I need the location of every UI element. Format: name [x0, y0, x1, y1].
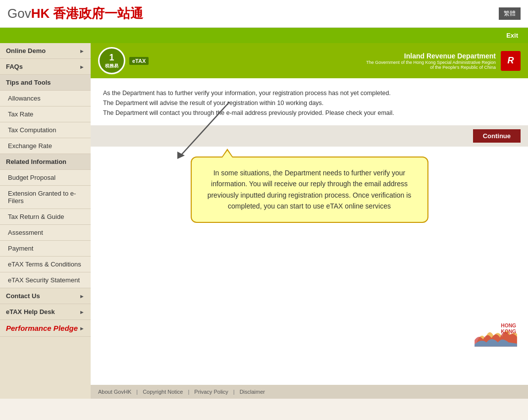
- ird-info: Inland Revenue Department The Government…: [366, 51, 521, 71]
- sidebar-item-extension-granted[interactable]: Extension Granted to e-Filers: [0, 186, 91, 209]
- footer-about[interactable]: About GovHK: [98, 389, 131, 395]
- sidebar-item-tax-rate[interactable]: Tax Rate: [0, 106, 91, 122]
- content-area: 1 税務易 eTAX Inland Revenue Department The…: [91, 43, 528, 399]
- svg-text:KONG: KONG: [501, 329, 516, 334]
- ird-title: Inland Revenue Department: [366, 52, 496, 60]
- svg-text:HONG: HONG: [501, 323, 516, 328]
- sidebar-label-budget-proposal: Budget Proposal: [8, 174, 55, 181]
- etax-label: eTAX: [129, 57, 149, 65]
- hk-logo-container: HONG KONG: [474, 319, 518, 350]
- footer-privacy[interactable]: Privacy Policy: [194, 389, 228, 395]
- arrow-icon-faqs: ►: [79, 64, 85, 70]
- sidebar-item-online-demo[interactable]: Online Demo ►: [0, 43, 91, 59]
- sidebar-item-faqs[interactable]: FAQs ►: [0, 59, 91, 75]
- sidebar-label-faqs: FAQs: [6, 63, 23, 70]
- site-logo: GovHK 香港政府一站通: [7, 5, 143, 22]
- arrow-icon-etax-help-desk: ►: [79, 309, 85, 315]
- sidebar-label-etax-terms: eTAX Terms & Conditions: [8, 261, 81, 268]
- sidebar-label-extension-granted: Extension Granted to e-Filers: [8, 190, 85, 205]
- tooltip-text: In some situations, the Department needs…: [208, 169, 412, 210]
- footer-separator1: |: [136, 389, 138, 395]
- sidebar-label-etax-security: eTAX Security Statement: [8, 276, 80, 284]
- arrow-icon-contact-us: ►: [79, 293, 85, 299]
- etax-circle: 1 税務易: [98, 47, 125, 74]
- sidebar-item-budget-proposal[interactable]: Budget Proposal: [0, 170, 91, 186]
- sidebar-label-tips-and-tools: Tips and Tools: [6, 79, 51, 86]
- hong-kong-logo: HONG KONG: [474, 319, 518, 349]
- sidebar-label-allowances: Allowances: [8, 95, 41, 102]
- sidebar-item-exchange-rate[interactable]: Exchange Rate: [0, 138, 91, 154]
- exit-bar: Exit: [0, 28, 528, 43]
- sidebar-label-exchange-rate: Exchange Rate: [8, 142, 52, 150]
- sidebar-label-online-demo: Online Demo: [6, 47, 46, 54]
- sidebar-label-tax-return-guide: Tax Return & Guide: [8, 213, 64, 220]
- etax-number: 1: [109, 52, 114, 63]
- arrow-icon-performance-pledge: ►: [79, 325, 85, 331]
- language-button[interactable]: 繁體: [499, 7, 521, 20]
- footer-separator2: |: [188, 389, 189, 395]
- logo-hk: HK: [31, 6, 50, 21]
- footer-separator3: |: [233, 389, 235, 395]
- sidebar-label-assessment: Assessment: [8, 229, 43, 236]
- sidebar-label-related-information: Related Information: [6, 158, 66, 165]
- sidebar-item-assessment[interactable]: Assessment: [0, 225, 91, 241]
- sidebar: Online Demo ► FAQs ► Tips and Tools Allo…: [0, 43, 91, 399]
- etax-chinese: 税務易: [105, 63, 118, 69]
- top-bar: GovHK 香港政府一站通 繁體: [0, 0, 528, 28]
- main-layout: Online Demo ► FAQs ► Tips and Tools Allo…: [0, 43, 528, 399]
- tooltip-box: In some situations, the Department needs…: [191, 157, 428, 223]
- sidebar-item-performance-pledge[interactable]: Performance Pledge ►: [0, 320, 91, 337]
- etax-banner: 1 税務易 eTAX Inland Revenue Department The…: [91, 43, 528, 78]
- logo-gov: Gov: [7, 6, 31, 21]
- svg-line-0: [180, 102, 229, 157]
- sidebar-label-performance-pledge: Performance Pledge: [6, 324, 78, 332]
- sidebar-label-contact-us: Contact Us: [6, 292, 40, 300]
- sidebar-item-related-information[interactable]: Related Information: [0, 154, 91, 170]
- sidebar-item-etax-security[interactable]: eTAX Security Statement: [0, 272, 91, 288]
- message-line1: As the Department has to further verify …: [103, 88, 516, 98]
- ird-logo-text: R: [508, 55, 514, 66]
- sidebar-item-tips-and-tools[interactable]: Tips and Tools: [0, 75, 91, 91]
- sidebar-label-tax-rate: Tax Rate: [8, 110, 33, 118]
- ird-subtitle-1: The Government of the Hong Kong Special …: [366, 60, 496, 65]
- sidebar-item-allowances[interactable]: Allowances: [0, 91, 91, 106]
- sidebar-label-tax-computation: Tax Computation: [8, 126, 56, 134]
- sidebar-label-etax-help-desk: eTAX Help Desk: [6, 308, 55, 315]
- ird-logo: R: [501, 51, 521, 71]
- exit-button[interactable]: Exit: [496, 30, 528, 41]
- etax-logo: 1 税務易 eTAX: [98, 47, 149, 74]
- logo-chinese: 香港政府一站通: [50, 6, 143, 21]
- arrow-icon-online-demo: ►: [79, 48, 85, 54]
- content-wrapper: 1 税務易 eTAX Inland Revenue Department The…: [91, 43, 528, 365]
- sidebar-item-contact-us[interactable]: Contact Us ►: [0, 288, 91, 304]
- ird-subtitle-2: of the People's Republic of China: [366, 65, 496, 70]
- sidebar-item-payment[interactable]: Payment: [0, 241, 91, 257]
- continue-button[interactable]: Continue: [473, 129, 521, 143]
- tooltip-container: In some situations, the Department needs…: [115, 157, 503, 223]
- footer-copyright[interactable]: Copyright Notice: [143, 389, 183, 395]
- ird-text-block: Inland Revenue Department The Government…: [366, 52, 496, 70]
- footer-disclaimer[interactable]: Disclaimer: [240, 389, 265, 395]
- sidebar-item-etax-terms[interactable]: eTAX Terms & Conditions: [0, 257, 91, 272]
- footer: About GovHK | Copyright Notice | Privacy…: [91, 385, 528, 399]
- sidebar-item-tax-computation[interactable]: Tax Computation: [0, 122, 91, 138]
- sidebar-item-tax-return-guide[interactable]: Tax Return & Guide: [0, 209, 91, 225]
- sidebar-item-etax-help-desk[interactable]: eTAX Help Desk ►: [0, 304, 91, 320]
- sidebar-label-payment: Payment: [8, 245, 33, 252]
- pointer-arrow-svg: [140, 97, 249, 161]
